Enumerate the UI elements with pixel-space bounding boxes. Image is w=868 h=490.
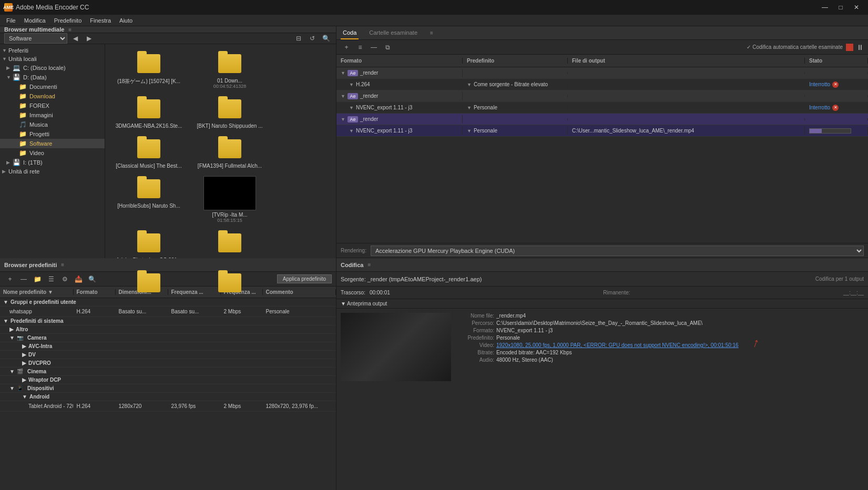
table-row[interactable]: ▼ Ae _render (336, 114, 868, 125)
table-row[interactable]: ▼ NVENC_export 1.11 - j3 ▼ Personale Int… (336, 102, 868, 114)
folder-immagini-icon: 📁 (19, 111, 27, 119)
browser-toolbar: Software ◀ ▶ ⊟ ↺ 🔍 (0, 33, 336, 44)
coda-remove-button[interactable]: — (368, 42, 380, 53)
nav-forward-button[interactable]: ▶ (83, 33, 95, 44)
list-item[interactable]: [FMA1394] Fullmetal Alch... (190, 134, 269, 171)
pred-group-camera[interactable]: ▼ 📷 Camera (0, 334, 336, 342)
close-button[interactable]: ✕ (849, 2, 864, 13)
tree-item-musica[interactable]: ▶ 🎵 Musica (0, 120, 105, 129)
percorso-value: C:\Users\damix\Desktop\Matrimonio\Seize_… (496, 320, 702, 326)
list-item[interactable]: [Classical Music] The Best... (109, 134, 188, 171)
pred-list-button[interactable]: ☰ (45, 274, 57, 284)
expand-arrow-3[interactable]: ▼ (341, 117, 345, 122)
detail-row-audio: Audio: 48000 Hz, Stereo (AAC) (457, 357, 864, 363)
list-item[interactable]: whatsapp H.264 Basato su... Basato su...… (0, 307, 336, 317)
menu-aiuto[interactable]: Aiuto (115, 16, 137, 25)
tree-item-video[interactable]: ▶ 📁 Video (0, 148, 105, 158)
pred-search-button[interactable]: 🔍 (86, 274, 98, 284)
codifica-menu-icon[interactable]: ≡ (367, 262, 371, 268)
list-item[interactable]: Tablet Android - 720p 23,976 H.264 1280x… (0, 401, 336, 412)
list-item[interactable]: 01 Down... 00:04:52:41328 (190, 48, 269, 91)
browser-panel-menu-icon[interactable]: ≡ (68, 27, 72, 33)
tree-item-immagini[interactable]: ▶ 📁 Immagini (0, 110, 105, 120)
expand-arrow-avc: ▶ (22, 343, 26, 349)
filter-button[interactable]: ⊟ (293, 33, 304, 44)
tree-item-drive-i[interactable]: ▶ 💾 I: (1TB) (0, 158, 105, 167)
queue-cell-preset-1c: ▼ Come sorgente - Bitrate elevato (463, 80, 568, 88)
list-item[interactable]: [HorribleSubs] Naruto Sh... (109, 173, 188, 226)
apply-predefinito-button[interactable]: Applica predefinito (277, 274, 332, 283)
tree-item-documenti[interactable]: ▶ 📁 Documenti (0, 82, 105, 91)
file-name-4: [BKT] Naruto Shippuuden ... (197, 123, 262, 129)
pred-group-wraptor[interactable]: ▶ Wraptor DCP (0, 376, 336, 384)
stop-button[interactable] (846, 44, 853, 51)
coda-menu-icon[interactable]: ≡ (430, 30, 433, 36)
pred-add-button[interactable]: + (4, 274, 16, 284)
tab-coda[interactable]: Coda (341, 26, 359, 39)
preview-expand-header[interactable]: ▼ Anteprima output (336, 299, 868, 309)
file-name-3: 3DMGAME-NBA.2K16.Ste... (116, 123, 182, 129)
tree-item-preferiti[interactable]: ▼ Preferiti (0, 46, 105, 55)
coda-menu-button[interactable]: ≡ (354, 42, 366, 53)
predefiniti-menu-icon[interactable]: ≡ (61, 262, 64, 268)
pred-folder-button[interactable]: 📁 (32, 274, 43, 284)
menu-modifica[interactable]: Modifica (20, 16, 50, 25)
pred-group-cinema[interactable]: ▼ 🎬 Cinema (0, 368, 336, 376)
expand-arrow-android: ▼ (22, 394, 27, 400)
minimize-button[interactable]: — (818, 2, 832, 13)
queue-cell-output-3c: C:\User...mantic_Slideshow_luca_AME\_ren… (568, 127, 805, 135)
rimanente-value: __:__:__ (843, 290, 864, 295)
pred-group-dispositivi[interactable]: ▼ 📱 Dispositivi (0, 384, 336, 393)
pause-button[interactable]: ⏸ (856, 43, 864, 52)
coda-duplicate-button[interactable]: ⧉ (382, 42, 393, 53)
refresh-button[interactable]: ↺ (307, 33, 318, 44)
list-item[interactable]: (18茶ゲーム) [150724] [K... (109, 48, 188, 91)
coda-add-button[interactable]: + (341, 42, 352, 53)
table-row[interactable]: ▼ NVENC_export 1.11 - j3 ▼ Personale C:\… (336, 125, 868, 137)
maximize-button[interactable]: □ (833, 2, 848, 13)
nav-back-button[interactable]: ◀ (69, 33, 81, 44)
pred-group-altro[interactable]: ▶ Altro (0, 325, 336, 334)
search-button[interactable]: 🔍 (320, 33, 332, 44)
tree-item-software[interactable]: ▶ 📁 Software (0, 139, 105, 148)
pred-remove-button[interactable]: — (18, 274, 29, 284)
tree-item-progetti[interactable]: ▶ 📁 Progetti (0, 129, 105, 139)
menu-file[interactable]: File (2, 16, 20, 25)
queue-parent-name-2: _render (360, 93, 378, 99)
pred-import-button[interactable]: 📥 (73, 274, 84, 284)
preview-area: Nome file: _render.mp4 Percorso: C:\User… (336, 309, 868, 490)
bitrate-label: Bitrate: (457, 350, 494, 355)
list-item[interactable]: 3DMGAME-NBA.2K16.Ste... (109, 94, 188, 131)
queue-table-header: Formato Predefinito File di output Stato (336, 55, 868, 67)
path-select[interactable]: Software (4, 33, 67, 44)
pred-cell-tablet-freq1: 23,976 fps (168, 402, 221, 410)
rendering-select[interactable]: Accelerazione GPU Mercury Playback Engin… (371, 246, 864, 256)
pred-group-utente[interactable]: ▼ Gruppi e predefiniti utente (0, 298, 336, 307)
table-row[interactable]: ▼ H.264 ▼ Come sorgente - Bitrate elevat… (336, 79, 868, 90)
progress-bar-3c (809, 128, 851, 134)
pred-group-dvcpro[interactable]: ▶ DVCPRO (0, 359, 336, 368)
tree-item-drive-d[interactable]: ▼ 💾 D: (Data) (0, 73, 105, 82)
pred-settings-button[interactable]: ⚙ (59, 274, 70, 284)
expand-arrow-1[interactable]: ▼ (341, 70, 345, 76)
coda-right-toolbar: ✓ Codifica automatica cartelle esaminate… (747, 43, 864, 52)
tree-item-drive-c[interactable]: ▶ 💻 C: (Disco locale) (0, 63, 105, 73)
pred-group-dv[interactable]: ▶ DV (0, 351, 336, 359)
menu-predefinito[interactable]: Predefinito (50, 16, 86, 25)
menu-finestra[interactable]: Finestra (86, 16, 115, 25)
video-value[interactable]: 1920x1080, 25,000 fps, 1,0000 PAR, <ERRO… (496, 342, 739, 348)
list-item[interactable]: [TVRip -Ita M... 01:58:15:15 (190, 173, 269, 226)
tree-item-unita-locali[interactable]: ▼ Unità locali (0, 55, 105, 63)
tree-item-unita-rete[interactable]: ▶ Unità di rete (0, 167, 105, 176)
tree-item-forex[interactable]: ▶ 📁 FOREX (0, 101, 105, 110)
table-row[interactable]: ▼ Ae _render (336, 67, 868, 79)
expand-arrow-2[interactable]: ▼ (341, 94, 345, 99)
table-row[interactable]: ▼ Ae _render (336, 90, 868, 102)
pred-group-android[interactable]: ▼ Android (0, 393, 336, 401)
pred-group-avc-intra[interactable]: ▶ AVC-Intra (0, 342, 336, 351)
tree-item-download[interactable]: ▶ 📁 Download (0, 91, 105, 101)
pred-group-sistema[interactable]: ▼ Predefiniti di sistema (0, 317, 336, 325)
tab-cartelle[interactable]: Cartelle esaminate (367, 26, 420, 39)
list-item[interactable]: [BKT] Naruto Shippuuden ... (190, 94, 269, 131)
queue-cell-format-3: ▼ Ae _render (336, 115, 463, 124)
